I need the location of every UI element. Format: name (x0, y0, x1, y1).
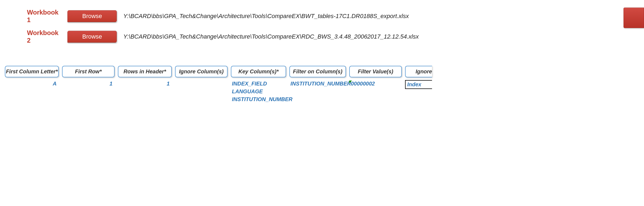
workbook-1-path: Y:\BCARD\bbs\GPA_Tech&Change\Architectur… (123, 13, 409, 20)
col-first-column-letter: First Column Letter* A (5, 66, 59, 102)
workbook-2-path: Y:\BCARD\bbs\GPA_Tech&Change\Architectur… (123, 33, 419, 40)
list-item: INDEX_FIELD (232, 81, 267, 87)
col-filter-values: Filter Value(s) 00000002 (349, 66, 402, 102)
error-indicator-icon (349, 81, 352, 83)
browse-button-2[interactable]: Browse (67, 31, 117, 43)
header-first-column-letter[interactable]: First Column Letter* (5, 66, 59, 77)
workbook-row-2: Workbook 2 Browse Y:\BCARD\bbs\GPA_Tech&… (27, 29, 644, 44)
columns-section: First Column Letter* A First Row* 1 Rows… (0, 66, 644, 102)
value-first-column-letter[interactable]: A (5, 81, 59, 87)
value-filter-on-columns[interactable]: INSTITUTION_NUMBER (289, 81, 346, 87)
col-ignore-partial: Ignore Index (405, 66, 432, 102)
workbook-row-1: Workbook 1 Browse Y:\BCARD\bbs\GPA_Tech&… (27, 9, 644, 24)
header-ignore-columns[interactable]: Ignore Column(s) (175, 66, 228, 77)
list-item: INSTITUTION_NUMBER (232, 96, 292, 102)
value-filter-values: 00000002 (351, 81, 375, 87)
value-filter-values-cell[interactable]: 00000002 (349, 81, 402, 87)
value-ignore-partial-cell[interactable]: Index (405, 80, 432, 89)
header-filter-on-columns[interactable]: Filter on Column(s) (289, 66, 346, 77)
workbook-1-label: Workbook 1 (27, 9, 62, 24)
workbook-section: Workbook 1 Browse Y:\BCARD\bbs\GPA_Tech&… (0, 0, 644, 44)
value-key-columns[interactable]: INDEX_FIELD LANGUAGE INSTITUTION_NUMBER (231, 81, 286, 102)
header-first-row[interactable]: First Row* (62, 66, 115, 77)
list-item: INSTITUTION_NUMBER (290, 81, 351, 87)
header-ignore-partial[interactable]: Ignore (405, 66, 432, 77)
header-key-columns[interactable]: Key Column(s)* (231, 66, 286, 77)
header-filter-values[interactable]: Filter Value(s) (349, 66, 402, 77)
browse-button-1[interactable]: Browse (67, 10, 117, 22)
col-key-columns: Key Column(s)* INDEX_FIELD LANGUAGE INST… (231, 66, 286, 102)
workbook-2-label: Workbook 2 (27, 29, 62, 44)
action-button[interactable] (624, 8, 644, 28)
header-rows-in-header[interactable]: Rows in Header* (118, 66, 172, 77)
value-rows-in-header[interactable]: 1 (118, 81, 172, 87)
value-ignore-partial: Index (407, 81, 421, 87)
value-first-row[interactable]: 1 (62, 81, 115, 87)
col-ignore-columns: Ignore Column(s) (175, 66, 228, 102)
col-rows-in-header: Rows in Header* 1 (118, 66, 172, 102)
list-item: LANGUAGE (232, 88, 263, 95)
col-filter-on-columns: Filter on Column(s) INSTITUTION_NUMBER (289, 66, 346, 102)
col-first-row: First Row* 1 (62, 66, 115, 102)
